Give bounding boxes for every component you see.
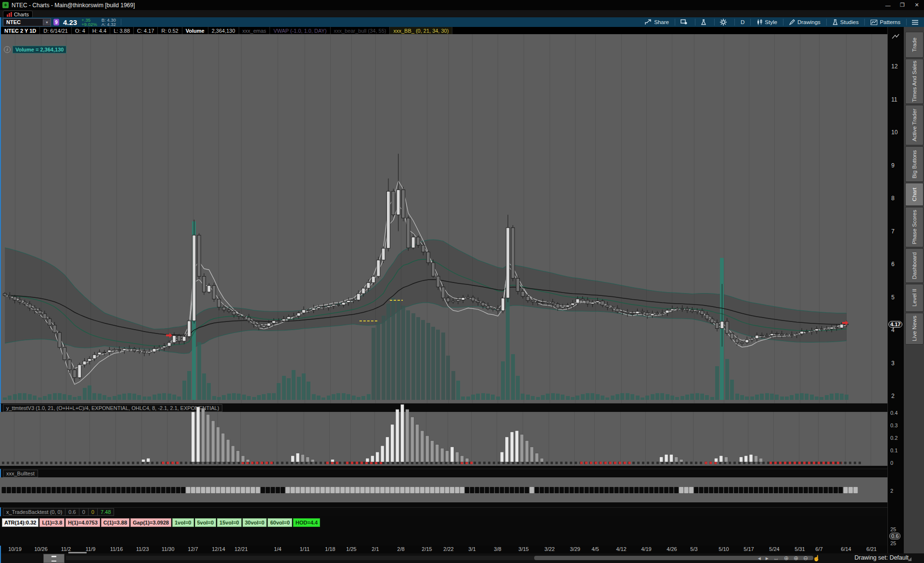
sidebar-tab-label: Active Trader bbox=[911, 109, 917, 141]
date-axis: 10/1910/2611/211/911/1611/2311/3012/712/… bbox=[0, 546, 888, 553]
axis-tick-label: 12 bbox=[891, 63, 898, 70]
window-title: NTEC - Charts - Main@thinkorswim [build … bbox=[12, 2, 135, 9]
backtest-study-row: x_TradesBacktest (0, 0) 0.6007.48 bbox=[0, 507, 888, 516]
chart-scrollbar[interactable] bbox=[66, 556, 813, 560]
stat-badge: H(1)=4.0753 bbox=[65, 518, 100, 527]
app-icon: ✶ bbox=[2, 2, 9, 8]
symbol-input[interactable]: NTEC ▼ bbox=[3, 18, 51, 26]
sidebar-tab-level-ii[interactable]: Level II bbox=[905, 284, 924, 312]
zoom-in-icon[interactable]: ⊕ bbox=[794, 555, 798, 562]
drawing-set-label[interactable]: Drawing set: Default bbox=[854, 554, 909, 561]
resize-grip[interactable] bbox=[908, 557, 911, 561]
share-button[interactable]: Share bbox=[640, 17, 674, 27]
sidebar-tab-times-and-sales[interactable]: Times And Sales bbox=[905, 59, 924, 104]
volume-callout: i Volume = 2,364,130 bbox=[4, 46, 66, 53]
axis-tick-label: 0 bbox=[890, 460, 893, 466]
date-tick-label: 5/24 bbox=[769, 546, 779, 552]
date-tick-label: 3/8 bbox=[494, 546, 501, 552]
date-tick-label: 11/30 bbox=[162, 546, 175, 552]
scroll-left-icon[interactable]: ◂ bbox=[758, 555, 761, 562]
symbol-dropdown-arrow-icon[interactable]: ▼ bbox=[43, 19, 51, 26]
date-tick-label: 5/3 bbox=[690, 546, 697, 552]
sidebar-tab-active-trader[interactable]: Active Trader bbox=[905, 105, 924, 145]
date-tick-label: 12/7 bbox=[188, 546, 198, 552]
header-volume-label: Volume bbox=[182, 27, 208, 34]
axis-tick-label: 2 bbox=[890, 488, 893, 494]
sidebar-tab-big-buttons[interactable]: Big Buttons bbox=[905, 146, 924, 182]
expand-horizontal-icon[interactable]: ↔ bbox=[773, 555, 779, 562]
sidebar-tab-label: Live News bbox=[911, 316, 917, 341]
sidebar-tab-dashboard[interactable]: Dashboard bbox=[905, 248, 924, 283]
sidebar-tab-label: Times And Sales bbox=[911, 61, 917, 102]
sidebar-tab-label: Level II bbox=[911, 289, 917, 307]
axis-tick-label: 0.2 bbox=[890, 435, 898, 441]
last-price: 4.23 bbox=[63, 18, 77, 26]
chart-menu-button[interactable] bbox=[908, 17, 924, 27]
study-label-vwap[interactable]: VWAP (-1.0, 1.0, DAY) bbox=[270, 27, 330, 34]
crosshair-icon[interactable]: ⊕ bbox=[784, 555, 789, 562]
date-tick-label: 10/19 bbox=[8, 546, 22, 552]
drawings-label: Drawings bbox=[797, 19, 821, 25]
maximize-button[interactable]: ❐ bbox=[895, 0, 910, 10]
bulltest-panel bbox=[0, 477, 887, 502]
pan-hand-icon[interactable]: ☝ bbox=[813, 555, 820, 562]
axis-tick-label: 2 bbox=[891, 393, 895, 399]
backtest-cell: 0.6 bbox=[65, 508, 79, 516]
scroll-right-icon[interactable]: ▸ bbox=[766, 555, 769, 562]
date-tick-label: 3/1 bbox=[468, 546, 475, 552]
tab-charts[interactable]: Charts bbox=[3, 11, 33, 18]
stats-badge-row: ATR(14):0.32L(1)=3.8H(1)=4.0753C(1)=3.88… bbox=[2, 518, 320, 527]
header-volume-value: 2,364,130 bbox=[208, 27, 239, 34]
date-tick-label: 4/26 bbox=[667, 546, 677, 552]
study-label-bb[interactable]: xxx_BB_ (0, 21, 34, 30) bbox=[390, 27, 452, 34]
bulltest-study-label[interactable]: xxx_Bulltest bbox=[3, 470, 38, 477]
reports-button[interactable] bbox=[676, 17, 694, 27]
style-button[interactable]: Style bbox=[752, 17, 782, 27]
restore-panel-button[interactable] bbox=[43, 554, 64, 563]
chart-header: NTEC 2 Y 1D D: 6/14/21 O: 4 H: 4.4 L: 3.… bbox=[0, 27, 888, 34]
drawings-button[interactable]: Drawings bbox=[784, 17, 825, 27]
btbadge: 0.6 bbox=[889, 533, 900, 539]
sidebar-tab-live-news[interactable]: Live News bbox=[905, 313, 924, 345]
header-range: R: 0.52 bbox=[158, 27, 182, 34]
axis-tick-label: 11 bbox=[891, 96, 897, 103]
link-group-badge[interactable]: 9 bbox=[53, 19, 59, 26]
date-tick-label: 5/17 bbox=[744, 546, 754, 552]
gear-icon bbox=[720, 19, 727, 26]
sidebar-tab-chart[interactable]: Chart bbox=[905, 183, 924, 206]
axis-tick-label: 10 bbox=[891, 129, 898, 136]
patterns-icon bbox=[871, 20, 877, 25]
date-tick-label: 6/14 bbox=[841, 546, 851, 552]
axis-tick-label: 3 bbox=[891, 360, 895, 367]
price-axis-column: 121110987654324.170.40.30.20.102250.625 bbox=[887, 27, 904, 554]
close-button[interactable]: ✕ bbox=[910, 0, 924, 10]
date-tick-label: 1/18 bbox=[325, 546, 335, 552]
date-tick-label: 2/1 bbox=[372, 546, 379, 552]
stat-badge: C(1)=3.88 bbox=[101, 518, 129, 527]
axis-tool-icon[interactable] bbox=[892, 34, 899, 39]
date-tick-label: 2/22 bbox=[443, 546, 453, 552]
patterns-button[interactable]: Patterns bbox=[866, 17, 905, 27]
date-tick-label: 11/2 bbox=[61, 546, 71, 552]
info-icon[interactable]: i bbox=[4, 46, 11, 53]
backtest-cell: 7.48 bbox=[98, 508, 114, 516]
timeframe-button[interactable]: D bbox=[736, 17, 749, 27]
axis-tick-label: 25 bbox=[890, 540, 896, 546]
zoom-out-icon[interactable]: ⊖ bbox=[803, 555, 808, 562]
studies-button[interactable]: Studies bbox=[828, 17, 863, 27]
sidebar-tab-phase-scores[interactable]: Phase Scores bbox=[905, 207, 924, 247]
study-label-bear-bull[interactable]: xxx_bear_bull (34, 55) bbox=[331, 27, 390, 34]
minimize-button[interactable]: — bbox=[881, 0, 895, 10]
date-tick-label: 12/14 bbox=[212, 546, 225, 552]
analyze-button[interactable] bbox=[696, 17, 713, 27]
header-date: D: 6/14/21 bbox=[40, 27, 72, 34]
settings-button[interactable] bbox=[716, 17, 733, 27]
bulltest-canvas bbox=[0, 477, 886, 502]
sidebar-tab-label: Dashboard bbox=[911, 252, 917, 279]
title-bar: ✶ NTEC - Charts - Main@thinkorswim [buil… bbox=[0, 0, 924, 10]
axis-tick-label: 0.3 bbox=[890, 422, 898, 428]
study-label-emas[interactable]: xxx_emas bbox=[239, 27, 270, 34]
sidebar-tab-trade[interactable]: Trade bbox=[905, 32, 924, 58]
main-price-chart[interactable]: i Volume = 2,364,130 bbox=[0, 34, 888, 403]
backtest-study-label[interactable]: x_TradesBacktest (0, 0) bbox=[3, 508, 65, 516]
